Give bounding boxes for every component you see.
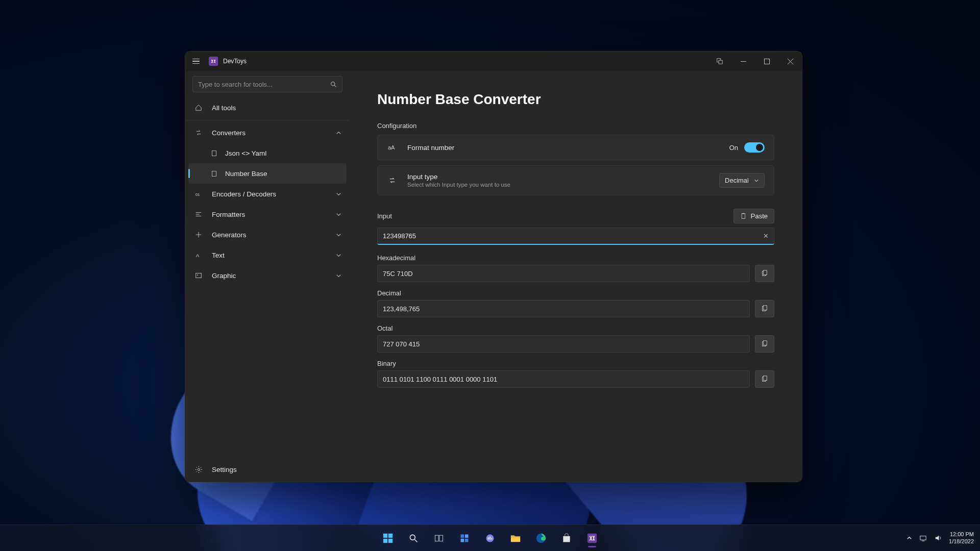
binary-label: Binary (377, 360, 774, 367)
svg-text:A: A (196, 253, 200, 258)
svg-rect-8 (212, 151, 216, 156)
close-button[interactable] (778, 52, 802, 71)
chevron-down-icon (336, 191, 341, 197)
svg-line-7 (334, 85, 336, 87)
svg-rect-35 (435, 535, 439, 541)
svg-rect-22 (763, 270, 767, 275)
format-number-toggle[interactable] (744, 142, 765, 153)
search-input[interactable] (198, 81, 330, 88)
svg-rect-32 (388, 538, 393, 542)
chevron-up-icon (336, 130, 341, 136)
svg-point-17 (198, 468, 200, 470)
copy-hex-button[interactable] (755, 265, 774, 282)
nav-list: All tools Converters Json <> Yaml Number… (185, 97, 350, 457)
taskbar-clock[interactable]: 12:00 PM 1/18/2022 (949, 531, 974, 545)
input-type-card: Input type Select which Input type you w… (377, 165, 774, 195)
format-number-label: Format number (407, 144, 729, 152)
taskbar-widgets[interactable] (454, 528, 475, 549)
sidebar: All tools Converters Json <> Yaml Number… (185, 71, 350, 482)
svg-rect-24 (763, 306, 767, 310)
nav-label: Graphic (212, 272, 236, 280)
page-icon (209, 170, 219, 177)
svg-rect-30 (388, 533, 393, 537)
hamburger-menu-button[interactable] (190, 56, 202, 67)
taskbar-store[interactable] (556, 528, 577, 549)
swap-icon (193, 129, 204, 136)
content-area: Number Base Converter Configuration aA F… (350, 71, 802, 482)
tray-chevron-icon[interactable] (906, 535, 912, 541)
taskbar-devtoys[interactable] (581, 528, 603, 549)
chevron-down-icon (754, 178, 759, 183)
svg-rect-36 (439, 535, 443, 541)
input-type-label: Input type (407, 173, 719, 181)
svg-rect-19 (742, 214, 745, 219)
nav-number-base[interactable]: Number Base (188, 163, 347, 184)
octal-output[interactable]: 727 070 415 (377, 335, 750, 353)
chevron-down-icon (336, 273, 341, 279)
nav-converters[interactable]: Converters (185, 122, 350, 143)
taskbar-chat[interactable] (479, 528, 501, 549)
taskbar-search[interactable] (403, 528, 424, 549)
copy-decimal-button[interactable] (755, 300, 774, 317)
taskbar-edge[interactable] (530, 528, 552, 549)
copy-octal-button[interactable] (755, 335, 774, 353)
volume-icon[interactable] (934, 534, 942, 542)
devtoys-window: DevToys All tools Converters (185, 51, 802, 482)
taskbar-explorer[interactable] (505, 528, 526, 549)
svg-rect-15 (196, 273, 202, 278)
chevron-down-icon (336, 253, 341, 258)
clear-input-button[interactable]: ✕ (763, 232, 769, 240)
system-tray[interactable]: 12:00 PM 1/18/2022 (906, 531, 974, 545)
search-box[interactable] (192, 76, 342, 92)
minimize-button[interactable] (731, 52, 755, 71)
nav-graphic[interactable]: Graphic (185, 265, 350, 286)
svg-rect-20 (743, 213, 744, 214)
nav-encoders[interactable]: 01 Encoders / Decoders (185, 184, 350, 204)
chevron-down-icon (336, 212, 341, 217)
copy-icon (761, 340, 768, 347)
binary-output[interactable]: 0111 0101 1100 0111 0001 0000 1101 (377, 370, 750, 388)
network-icon[interactable] (919, 534, 927, 542)
maximize-button[interactable] (755, 52, 778, 71)
svg-rect-40 (465, 538, 469, 542)
hex-output[interactable]: 75C 710D (377, 265, 750, 282)
nav-json-yaml[interactable]: Json <> Yaml (185, 143, 350, 163)
sparkle-icon (193, 231, 204, 238)
toggle-state-label: On (729, 144, 738, 152)
home-icon (193, 104, 204, 111)
copy-icon (761, 375, 768, 383)
nav-label: Text (212, 252, 225, 259)
start-button[interactable] (377, 528, 399, 549)
svg-point-16 (197, 274, 198, 276)
svg-rect-9 (212, 171, 216, 176)
nav-generators[interactable]: Generators (185, 224, 350, 245)
svg-rect-28 (763, 376, 767, 381)
nav-label: Encoders / Decoders (212, 190, 276, 198)
copy-binary-button[interactable] (755, 370, 774, 388)
nav-text[interactable]: A Text (185, 245, 350, 265)
paste-label: Paste (751, 212, 768, 220)
taskbar-taskview[interactable] (428, 528, 450, 549)
nav-formatters[interactable]: Formatters (185, 204, 350, 224)
align-icon (193, 211, 204, 218)
nav-label: Number Base (225, 170, 267, 178)
input-type-dropdown[interactable]: Decimal (719, 173, 765, 188)
image-icon (193, 272, 204, 279)
nav-settings[interactable]: Settings (185, 457, 350, 482)
configuration-label: Configuration (377, 122, 774, 130)
nav-label: Formatters (212, 211, 245, 218)
pin-window-button[interactable] (708, 52, 731, 71)
date-text: 1/18/2022 (949, 538, 974, 545)
input-value[interactable] (383, 232, 763, 240)
octal-label: Octal (377, 324, 774, 332)
input-field[interactable]: ✕ (377, 228, 774, 245)
decimal-output[interactable]: 123,498,765 (377, 300, 750, 317)
titlebar: DevToys (185, 52, 802, 71)
nav-label: Settings (212, 466, 237, 473)
nav-all-tools[interactable]: All tools (185, 97, 350, 118)
copy-icon (761, 305, 768, 312)
taskbar[interactable]: 12:00 PM 1/18/2022 (0, 524, 980, 551)
paste-button[interactable]: Paste (733, 209, 774, 223)
svg-text:aA: aA (388, 144, 395, 151)
text-icon: A (193, 252, 204, 259)
